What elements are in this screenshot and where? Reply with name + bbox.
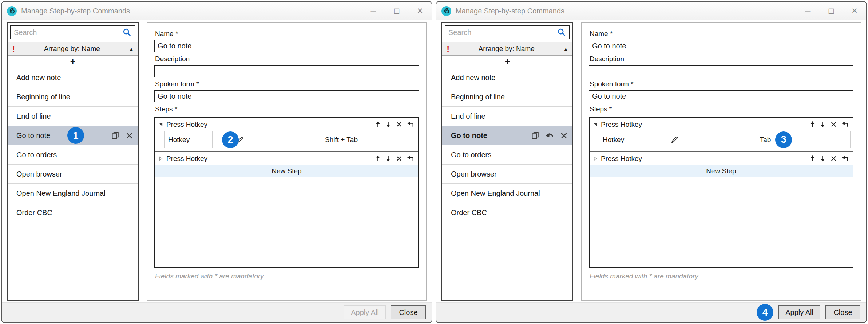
close-button[interactable]: Close (391, 305, 426, 319)
maximize-button[interactable]: □ (385, 2, 408, 20)
title-bar[interactable]: Manage Step-by-step Commands ─ □ ✕ (2, 2, 432, 20)
hotkey-value[interactable]: Shift + Tab (267, 131, 416, 148)
undo-changes-icon[interactable] (545, 131, 554, 140)
edit-pencil-icon[interactable] (670, 135, 679, 145)
move-step-down-icon[interactable] (820, 155, 825, 162)
hotkey-field-label: Hotkey (165, 131, 213, 148)
description-label: Description (590, 55, 853, 63)
command-item[interactable]: Add new note (8, 68, 138, 87)
command-item[interactable]: Go to orders (8, 145, 138, 165)
hotkey-field-label: Hotkey (599, 131, 647, 148)
window-content: ! Arrange by: Name ▲ + Add new note Begi… (436, 20, 866, 302)
command-form-panel: Name * Description Spoken form * Steps *… (581, 22, 861, 301)
new-step-button[interactable]: New Step (155, 165, 418, 177)
expander-expanded-icon[interactable] (158, 122, 163, 127)
command-item[interactable]: Order CBC (8, 203, 138, 222)
new-step-button[interactable]: New Step (590, 165, 853, 177)
command-item[interactable]: Beginning of line (442, 87, 572, 107)
expander-expanded-icon[interactable] (593, 122, 598, 127)
command-item[interactable]: Open browser (8, 165, 138, 184)
command-item[interactable]: Open New England Journal (442, 184, 572, 203)
annotation-badge-4: 4 (757, 304, 773, 321)
command-item[interactable]: Go to orders (442, 145, 572, 165)
close-window-button[interactable]: ✕ (843, 2, 866, 20)
steps-label: Steps * (155, 105, 419, 113)
step-actions (375, 155, 414, 162)
window-controls: ─ □ ✕ (362, 2, 432, 20)
step-header-expanded[interactable]: Press Hotkey (590, 118, 853, 131)
maximize-button[interactable]: □ (820, 2, 843, 20)
minimize-button[interactable]: ─ (362, 2, 385, 20)
window-title: Manage Step-by-step Commands (21, 7, 130, 15)
sort-ascending-icon: ▲ (563, 46, 568, 52)
step-actions (810, 155, 848, 162)
app-dragon-icon (441, 6, 451, 16)
command-form-panel: Name * Description Spoken form * Steps *… (147, 22, 427, 301)
hotkey-value[interactable]: Tab 3 (702, 131, 850, 148)
steps-editor: Press Hotkey (154, 117, 419, 268)
add-command-button[interactable]: + (442, 56, 572, 68)
delete-command-icon[interactable] (560, 131, 568, 140)
delete-command-icon[interactable] (125, 131, 134, 140)
command-actions (111, 131, 134, 140)
move-step-up-icon[interactable] (810, 155, 815, 162)
command-item[interactable]: Order CBC (442, 203, 572, 222)
delete-step-icon[interactable] (396, 155, 403, 162)
window-content: ! Arrange by: Name ▲ + Add new note Begi… (2, 20, 432, 302)
step-header-collapsed[interactable]: Press Hotkey (590, 151, 853, 165)
annotation-badge-2: 2 (222, 131, 239, 148)
description-input[interactable] (589, 65, 853, 77)
command-item[interactable]: Open New England Journal (8, 184, 138, 203)
command-item[interactable]: Open browser (442, 165, 572, 184)
expander-collapsed-icon[interactable] (593, 156, 598, 161)
command-item[interactable]: End of line (8, 107, 138, 126)
minimize-button[interactable]: ─ (796, 2, 820, 20)
spoken-form-input[interactable] (154, 90, 419, 102)
add-command-button[interactable]: + (8, 56, 138, 68)
step-header-collapsed[interactable]: Press Hotkey (155, 151, 418, 165)
command-item[interactable]: Add new note (442, 68, 572, 87)
delete-step-icon[interactable] (396, 121, 403, 128)
undo-step-icon[interactable] (407, 122, 414, 127)
move-step-down-icon[interactable] (385, 155, 391, 162)
move-step-up-icon[interactable] (375, 121, 381, 127)
search-input[interactable] (14, 28, 120, 37)
undo-step-icon[interactable] (842, 122, 848, 127)
undo-step-icon[interactable] (407, 156, 414, 162)
expander-collapsed-icon[interactable] (158, 156, 163, 161)
arrange-by-header[interactable]: ! Arrange by: Name ▲ (442, 42, 572, 56)
delete-step-icon[interactable] (830, 121, 837, 128)
spoken-form-input[interactable] (589, 90, 853, 102)
footer-bar: 4 Apply All Close (436, 302, 866, 322)
copy-command-icon[interactable] (531, 131, 540, 140)
step-header-expanded[interactable]: Press Hotkey (155, 118, 418, 131)
command-actions (531, 131, 568, 140)
hotkey-detail-row: Hotkey Tab 3 (599, 131, 851, 148)
description-input[interactable] (154, 65, 419, 77)
name-input[interactable] (154, 40, 419, 52)
alert-icon: ! (447, 44, 449, 54)
apply-all-button[interactable]: Apply All (344, 305, 386, 319)
command-list-panel: ! Arrange by: Name ▲ + Add new note Begi… (441, 22, 573, 301)
search-icon[interactable] (557, 28, 566, 37)
undo-step-icon[interactable] (842, 156, 848, 162)
move-step-up-icon[interactable] (810, 121, 815, 127)
window-1: Manage Step-by-step Commands ─ □ ✕ (1, 1, 432, 323)
copy-command-icon[interactable] (111, 131, 120, 140)
arrange-by-header[interactable]: ! Arrange by: Name ▲ (8, 42, 138, 56)
search-icon[interactable] (122, 28, 132, 37)
command-item-selected[interactable]: Go to note 1 (8, 126, 138, 145)
close-button[interactable]: Close (825, 305, 860, 319)
close-window-button[interactable]: ✕ (408, 2, 432, 20)
command-item[interactable]: End of line (442, 107, 572, 126)
move-step-up-icon[interactable] (375, 155, 381, 162)
name-input[interactable] (589, 40, 853, 52)
apply-all-button[interactable]: Apply All (778, 305, 820, 319)
move-step-down-icon[interactable] (385, 121, 391, 127)
delete-step-icon[interactable] (830, 155, 837, 162)
search-input[interactable] (448, 28, 555, 37)
command-item-selected[interactable]: Go to note (442, 126, 572, 145)
title-bar[interactable]: Manage Step-by-step Commands ─ □ ✕ (436, 2, 866, 20)
move-step-down-icon[interactable] (820, 121, 825, 127)
command-item[interactable]: Beginning of line (8, 87, 138, 107)
